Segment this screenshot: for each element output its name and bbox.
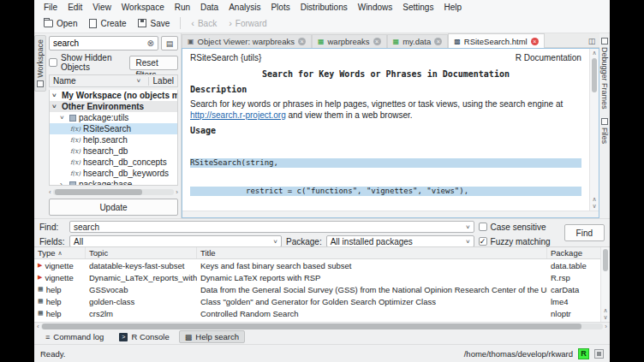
menu-item-distributions[interactable]: Distributions xyxy=(295,2,353,13)
tree-horizontal-scrollbar[interactable]: ‹ › xyxy=(49,188,178,196)
name-column-dropdown-icon[interactable]: ˅ xyxy=(137,77,144,85)
scroll-up-icon[interactable]: ∧ xyxy=(603,307,607,314)
result-row-golden-class[interactable]: ▦help golden-class Class "golden" and Ge… xyxy=(34,295,600,307)
result-row-dynamic-latex[interactable]: ▶vignette Dynamic_LaTeX_reports_with_RSP… xyxy=(34,271,600,283)
fuzzy-matching-checkbox[interactable]: ✓ xyxy=(479,237,487,246)
menu-item-windows[interactable]: Windows xyxy=(353,2,398,13)
scroll-up-icon[interactable]: ∧ xyxy=(592,196,596,203)
scrollbar-track[interactable] xyxy=(41,323,604,329)
debugger-frames-tool-tab[interactable]: Debugger Frames xyxy=(599,35,610,112)
tab-object-viewer-warpbreaks[interactable]: ▣ Object Viewer: warpbreaks × xyxy=(182,34,312,48)
show-hidden-objects-checkbox[interactable] xyxy=(49,58,57,67)
scroll-left-icon[interactable]: ‹ xyxy=(49,188,51,196)
menu-item-file[interactable]: File xyxy=(39,2,63,13)
package-combobox[interactable]: All installed packages ˅ xyxy=(326,235,474,247)
tab-rsitesearch-html[interactable]: ▩ RSiteSearch.html × xyxy=(448,33,544,48)
scroll-down-icon[interactable]: ∨ xyxy=(592,203,596,210)
case-sensitive-checkbox[interactable] xyxy=(479,223,487,231)
help-page-icon: ▦ xyxy=(38,310,44,317)
back-button[interactable]: ‹ Back xyxy=(185,17,223,30)
menu-item-edit[interactable]: Edit xyxy=(63,2,87,13)
menu-item-view[interactable]: View xyxy=(87,2,116,13)
type-column-header[interactable]: Type ∧ xyxy=(34,247,86,258)
close-tab-icon[interactable]: × xyxy=(531,38,539,45)
menu-item-analysis[interactable]: Analysis xyxy=(224,2,265,13)
expander-icon[interactable]: ˅ xyxy=(60,114,67,122)
split-view-button[interactable]: ◫ xyxy=(584,34,599,48)
search-r-project-link[interactable]: http://search.r-project.org xyxy=(190,110,286,120)
tree-item-rsitesearch[interactable]: f(x) RSiteSearch xyxy=(50,123,177,134)
result-row-datatable-keys[interactable]: ▶vignette datatable-keys-fast-subset Key… xyxy=(34,259,600,271)
results-horizontal-scrollbar[interactable]: ‹ › xyxy=(34,322,610,329)
filter-options-button[interactable]: ▤ xyxy=(161,36,178,50)
menu-item-data[interactable]: Data xyxy=(195,2,224,13)
reset-filters-button[interactable]: Reset filters xyxy=(129,56,178,70)
interrupt-icon[interactable] xyxy=(594,349,604,359)
open-button-label: Open xyxy=(57,19,77,28)
label-column-header[interactable]: Label xyxy=(153,76,174,86)
scrollbar-thumb[interactable] xyxy=(592,58,597,92)
open-button[interactable]: Open xyxy=(38,17,83,30)
forward-button[interactable]: › Forward xyxy=(223,17,272,30)
chevron-down-icon: ˅ xyxy=(466,223,470,231)
create-button[interactable]: Create xyxy=(83,17,132,30)
tree-item-package-base[interactable]: › package:base xyxy=(50,179,177,186)
tree-item-my-workspace[interactable]: ˅ My Workspace (no objects matching filt… xyxy=(50,90,177,101)
name-column-header[interactable]: Name xyxy=(53,76,134,86)
right-tool-strip: Debugger Frames Files xyxy=(599,33,610,218)
tree-item-hsearch-db-concepts[interactable]: f(x) hsearch_db_concepts xyxy=(50,157,177,168)
close-tab-icon[interactable]: × xyxy=(298,38,306,45)
menu-item-settings[interactable]: Settings xyxy=(397,2,438,13)
scrollbar-track[interactable] xyxy=(53,189,175,195)
find-term-combobox[interactable]: search ˅ xyxy=(69,221,474,233)
save-button[interactable]: Save xyxy=(132,17,176,30)
title-column-header[interactable]: Title xyxy=(197,247,547,258)
files-tool-tab[interactable]: Files xyxy=(599,116,610,146)
expander-icon[interactable]: › xyxy=(60,181,67,186)
tree-item-help-search[interactable]: f(x) help.search xyxy=(50,134,177,145)
fuzzy-matching-option[interactable]: ✓ Fuzzy matching xyxy=(479,237,558,246)
tree-item-other-environments[interactable]: ˅ Other Environments xyxy=(50,101,177,112)
r-console-tool-button[interactable]: > R Console xyxy=(113,330,175,343)
menu-item-help[interactable]: Help xyxy=(438,2,467,13)
tree-item-hsearch-db[interactable]: f(x) hsearch_db xyxy=(50,145,177,157)
scrollbar-thumb[interactable] xyxy=(55,189,142,195)
menu-item-plots[interactable]: Plots xyxy=(265,2,295,13)
help-search-tool-button[interactable]: ▩ Help search xyxy=(179,330,245,343)
result-type: vignette xyxy=(45,261,73,270)
tree-item-hsearch-db-keywords[interactable]: f(x) hsearch_db_keywords xyxy=(50,168,177,179)
fields-combobox[interactable]: All ˅ xyxy=(69,235,282,247)
tab-warpbreaks[interactable]: ▦ warpbreaks × xyxy=(312,34,387,48)
tree-item-label: hsearch_db_keywords xyxy=(83,169,169,178)
scroll-up-icon[interactable]: ∧ xyxy=(592,50,596,56)
close-tab-icon[interactable]: × xyxy=(373,38,381,45)
result-row-gssvocab[interactable]: ▦help GSSvocab Data from the General Soc… xyxy=(34,283,600,295)
result-row-crs2lm[interactable]: ▦help crs2lm Controlled Random Search nl… xyxy=(34,307,600,319)
package-column-header[interactable]: Package xyxy=(547,247,600,258)
find-button[interactable]: Find xyxy=(564,224,605,241)
menu-item-workspace[interactable]: Workspace xyxy=(116,2,170,13)
scroll-down-icon[interactable]: ∨ xyxy=(603,314,607,321)
menu-item-run[interactable]: Run xyxy=(170,2,195,13)
tab-my-data[interactable]: ▦ my.data × xyxy=(387,34,449,48)
workspace-tool-tab[interactable]: Workspace xyxy=(34,35,46,92)
scroll-right-icon[interactable]: › xyxy=(176,188,178,196)
fields-value: All xyxy=(74,237,83,246)
topic-column-header[interactable]: Topic xyxy=(86,247,197,258)
scrollbar-thumb[interactable] xyxy=(603,249,608,271)
update-button[interactable]: Update xyxy=(49,199,178,216)
results-vertical-scrollbar[interactable]: ∧ ∨ xyxy=(600,247,610,322)
document-horizontal-scrollbar[interactable] xyxy=(182,211,599,217)
clear-filter-icon[interactable]: ⊗ xyxy=(147,39,154,48)
object-filter-input[interactable] xyxy=(53,39,147,48)
object-filter-field[interactable]: ⊗ xyxy=(49,36,158,50)
expander-icon[interactable]: ˅ xyxy=(52,103,59,110)
document-vertical-scrollbar[interactable]: ∧ ∧ ∨ xyxy=(589,49,599,211)
case-sensitive-option[interactable]: Case sensitive xyxy=(479,223,558,232)
r-engine-status-badge[interactable]: R xyxy=(578,348,589,359)
tree-item-package-utils[interactable]: ˅ package:utils xyxy=(50,112,177,123)
expander-icon[interactable]: ˅ xyxy=(52,92,59,99)
command-log-tool-button[interactable]: ≡ Command log xyxy=(39,330,110,343)
scrollbar-thumb[interactable] xyxy=(42,323,581,329)
close-tab-icon[interactable]: × xyxy=(434,38,442,45)
